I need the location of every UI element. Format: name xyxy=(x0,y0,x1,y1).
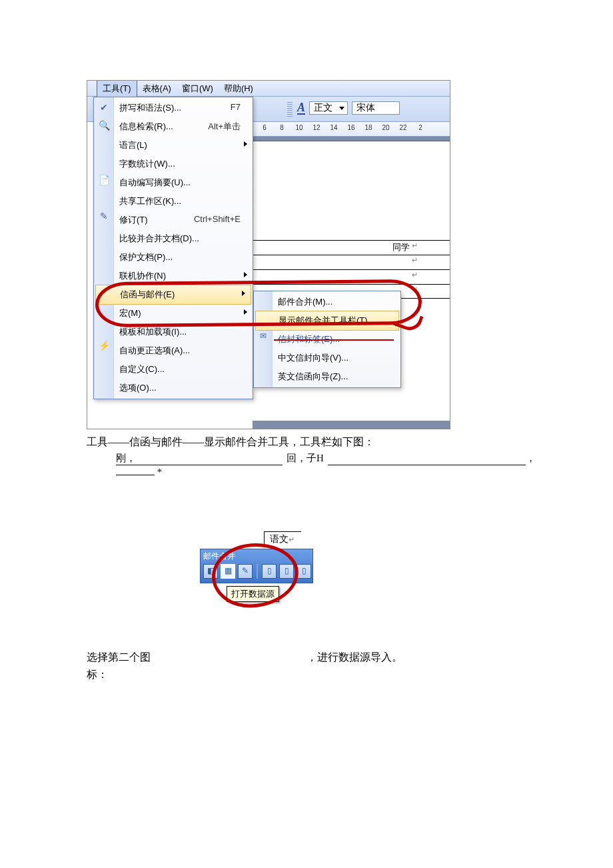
menu-compare-merge[interactable]: 比较并合并文档(D)... xyxy=(94,229,253,248)
mailmerge-open-datasource-button[interactable]: ▦ xyxy=(221,564,235,579)
mailmerge-btn-3[interactable]: ✎ xyxy=(238,564,253,579)
style-selector-label: 正文 xyxy=(314,102,332,114)
menu-letters-mail[interactable]: 信函与邮件(E) xyxy=(95,285,251,305)
table-cell: 同学 xyxy=(392,241,410,253)
submenu-cn-envelope-wizard[interactable]: 中文信封向导(V)... xyxy=(254,349,400,367)
menu-autocorrect[interactable]: 自动更正选项(A)... xyxy=(94,341,253,360)
document-table: 同学↵ ↵ ↵ ↵ xyxy=(253,240,450,299)
font-selector-label: 宋体 xyxy=(356,102,375,114)
menu-options[interactable]: 选项(O)... xyxy=(94,379,253,397)
dropdown-triangle-icon xyxy=(339,107,344,110)
submenu-arrow-icon xyxy=(244,272,247,277)
menu-macro[interactable]: 宏(M) xyxy=(94,304,253,323)
submenu-arrow-icon xyxy=(242,291,245,296)
menu-templates[interactable]: 模板和加载项(I)... xyxy=(94,323,253,341)
word-tools-menu-screenshot: 工具(T) 表格(A) 窗口(W) 帮助(H) A 正文 宋体 6 xyxy=(87,80,450,429)
menu-help[interactable]: 帮助(H) xyxy=(219,81,259,97)
letters-mail-submenu: ✉ 邮件合并(M)... 显示邮件合并工具栏(T) 信封和标签(E)... 中文… xyxy=(253,291,401,388)
submenu-envelopes-labels[interactable]: 信封和标签(E)... xyxy=(254,330,400,349)
menu-autosummary[interactable]: 自动编写摘要(U)... xyxy=(94,173,253,192)
submenu-arrow-icon xyxy=(244,309,247,315)
menu-track-changes[interactable]: 修订(T)Ctrl+Shift+E xyxy=(94,211,253,229)
mail-merge-toolbar: 邮件合并 ◧ ▦ ✎ ▯ ▯ ▯ xyxy=(200,549,313,583)
mailmerge-btn-4[interactable]: ▯ xyxy=(262,564,277,579)
tooltip-open-datasource: 打开数据源 xyxy=(227,586,279,602)
menu-window[interactable]: 窗口(W) xyxy=(177,81,219,97)
fill-blank-row: 刚， 回，子H ， xyxy=(116,452,536,465)
submenu-en-letter-wizard[interactable]: 英文信函向导(Z)... xyxy=(254,367,400,386)
toolbar-separator-icon xyxy=(257,564,258,579)
font-selector[interactable]: 宋体 xyxy=(352,101,400,115)
mailmerge-btn-1[interactable]: ◧ xyxy=(203,564,218,579)
mailmerge-btn-5[interactable]: ▯ xyxy=(279,564,294,579)
menu-tools[interactable]: 工具(T) xyxy=(97,80,137,97)
menu-spelling[interactable]: 拼写和语法(S)...F7 xyxy=(94,99,253,117)
menu-language[interactable]: 语言(L) xyxy=(94,136,253,155)
tools-dropdown-menu: ✔ 🔍 📄 ✎ ⚡ 拼写和语法(S)...F7 信息检索(R)...Alt+单击… xyxy=(93,97,253,399)
mail-merge-toolbar-title: 邮件合并 xyxy=(203,551,235,562)
mailmerge-toolbar-screenshot: 语文↵ 邮件合并 ◧ ▦ ✎ ▯ ▯ ▯ 打开数据源 xyxy=(200,531,313,605)
menu-customize[interactable]: 自定义(C)... xyxy=(94,360,253,379)
bottom-paragraph: 选择第二个图 标： ，进行数据源导入。 xyxy=(87,649,526,684)
toolbar-grip-icon xyxy=(287,101,293,117)
style-selector[interactable]: 正文 xyxy=(309,101,348,115)
menu-wordcount[interactable]: 字数统计(W)... xyxy=(94,155,253,173)
mailmerge-btn-6[interactable]: ▯ xyxy=(297,564,311,579)
submenu-mail-merge[interactable]: 邮件合并(M)... xyxy=(254,293,400,311)
caption-text-1: 工具——信函与邮件——显示邮件合并工具，工具栏如下图： xyxy=(87,433,526,451)
menu-protect-doc[interactable]: 保护文档(P)... xyxy=(94,248,253,267)
table-cell-header: 语文↵ xyxy=(264,531,301,547)
ruler: 6 8 10 12 14 16 18 20 22 2 xyxy=(253,122,450,137)
style-aa-icon: A xyxy=(297,101,305,115)
menu-research[interactable]: 信息检索(R)...Alt+单击 xyxy=(94,117,253,136)
fill-blank-row-2: * xyxy=(116,467,526,478)
menu-shared-workspace[interactable]: 共享工作区(K)... xyxy=(94,192,253,211)
menubar: 工具(T) 表格(A) 窗口(W) 帮助(H) xyxy=(87,81,450,97)
menu-online-collab[interactable]: 联机协作(N) xyxy=(94,267,253,285)
submenu-arrow-icon xyxy=(244,141,247,147)
submenu-show-mailmerge-toolbar[interactable]: 显示邮件合并工具栏(T) xyxy=(255,311,399,331)
menu-table[interactable]: 表格(A) xyxy=(137,81,177,97)
